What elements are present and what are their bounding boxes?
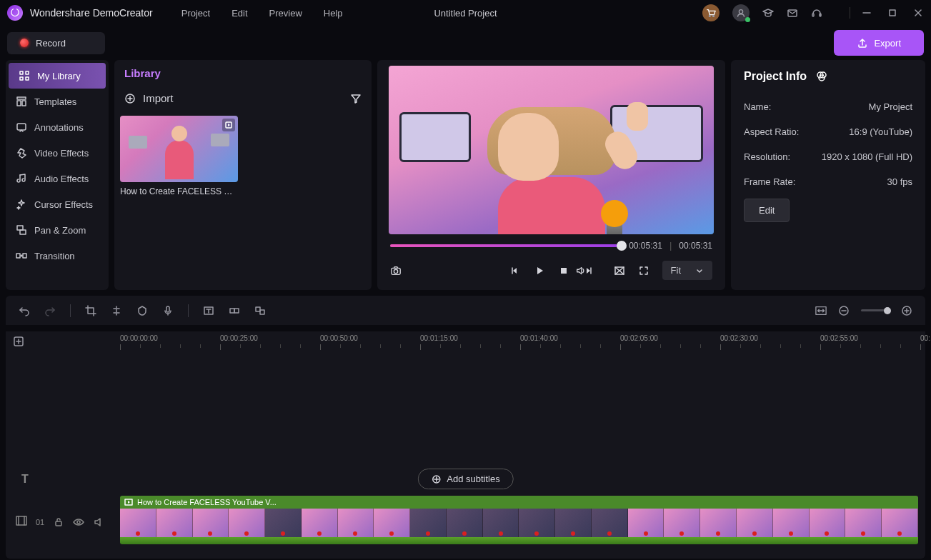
sidebar-item-label: Audio Effects: [34, 174, 89, 184]
snapshot-icon[interactable]: [390, 265, 402, 276]
headset-icon[interactable]: [811, 7, 822, 19]
undo-icon[interactable]: [19, 305, 30, 316]
playback-slider[interactable]: [390, 244, 622, 247]
record-label: Record: [36, 38, 66, 49]
sidebar-item-pan-zoom[interactable]: Pan & Zoom: [6, 217, 109, 243]
ruler-tick: 00:...: [920, 334, 931, 342]
framerate-value: 30 fps: [887, 176, 912, 187]
text-icon[interactable]: [203, 305, 214, 316]
clip-frame: [628, 509, 664, 537]
edit-project-button[interactable]: Edit: [744, 199, 790, 222]
sidebar-item-audio-effects[interactable]: Audio Effects: [6, 166, 109, 191]
next-frame-icon[interactable]: [582, 265, 594, 276]
redo-icon[interactable]: [44, 305, 56, 316]
menu-project[interactable]: Project: [181, 8, 210, 19]
svg-rect-56: [16, 516, 26, 525]
menu-edit[interactable]: Edit: [231, 8, 247, 19]
fit-label: Fit: [671, 265, 681, 276]
clip-frame: [882, 509, 918, 537]
group-icon[interactable]: [229, 305, 240, 316]
marker-icon[interactable]: [136, 305, 148, 316]
video-preview[interactable]: [389, 66, 714, 234]
clip-frame: [664, 509, 700, 537]
eye-icon[interactable]: [73, 516, 84, 528]
svg-point-27: [394, 269, 397, 273]
svg-point-60: [77, 521, 80, 524]
clip-frame: [120, 509, 156, 537]
resolution-label: Resolution:: [744, 151, 790, 162]
name-value: My Project: [869, 101, 912, 112]
mail-icon[interactable]: [787, 7, 798, 19]
voiceover-icon[interactable]: [162, 305, 174, 316]
preview-panel: 00:05:31 | 00:05:31 Fit: [377, 60, 725, 290]
timeline-ruler[interactable]: 00:00:00:0000:00:25:0000:00:50:0000:01:1…: [120, 334, 918, 356]
zoom-fit-select[interactable]: Fit: [662, 261, 712, 280]
clip-frame: [845, 509, 882, 537]
record-button[interactable]: Record: [7, 32, 105, 54]
svg-rect-40: [230, 309, 234, 313]
cart-icon[interactable]: [702, 4, 720, 21]
framerate-label: Frame Rate:: [744, 176, 795, 187]
prev-frame-icon[interactable]: [509, 265, 521, 276]
mute-icon[interactable]: [93, 516, 104, 528]
ruler-tick: 00:02:05:00: [620, 334, 658, 342]
academy-icon[interactable]: [762, 7, 774, 19]
color-circles-icon[interactable]: [815, 70, 828, 83]
project-title: Untitled Project: [434, 8, 497, 19]
clip-frame: [773, 509, 810, 537]
fit-timeline-icon[interactable]: [815, 305, 827, 316]
play-icon[interactable]: [534, 265, 545, 276]
clip-frame: [555, 509, 592, 537]
main-menu: Project Edit Preview Help: [181, 8, 343, 19]
video-clip[interactable]: How to Create FACELESS YouTube V...: [120, 496, 918, 544]
import-button[interactable]: Import: [124, 92, 174, 104]
sidebar-item-label: Video Effects: [34, 148, 89, 159]
filter-icon[interactable]: [350, 93, 362, 104]
sidebar-item-label: Cursor Effects: [34, 199, 93, 210]
zoom-out-icon[interactable]: [838, 305, 850, 316]
ruler-tick: 00:02:55:00: [820, 334, 858, 342]
close-icon[interactable]: [912, 7, 924, 19]
minimize-icon[interactable]: [861, 7, 872, 19]
zoom-in-icon[interactable]: [901, 305, 912, 316]
clip-audio-waveform: [120, 537, 918, 544]
library-panel: Library Import How to Create FACELESS Yo…: [114, 60, 372, 290]
add-subtitles-button[interactable]: Add subtitles: [417, 469, 513, 489]
sidebar-item-cursor-effects[interactable]: Cursor Effects: [6, 191, 109, 217]
sidebar-item-label: My Library: [37, 71, 81, 81]
svg-rect-42: [256, 307, 260, 311]
sidebar-item-my-library[interactable]: My Library: [9, 63, 106, 89]
track-number: 01: [36, 518, 44, 526]
svg-point-1: [713, 16, 715, 17]
svg-rect-7: [890, 10, 895, 16]
clip-title: How to Create FACELESS YouTube V...: [137, 498, 277, 506]
svg-rect-19: [20, 230, 26, 234]
svg-rect-29: [561, 268, 567, 274]
clip-frame: [810, 509, 846, 537]
menu-preview[interactable]: Preview: [269, 8, 302, 19]
crop-icon[interactable]: [85, 305, 96, 316]
safe-zone-icon[interactable]: [614, 265, 625, 276]
clip-frame: [519, 509, 555, 537]
menu-help[interactable]: Help: [324, 8, 343, 19]
add-track-icon[interactable]: [13, 336, 24, 347]
sidebar-item-annotations[interactable]: Annotations: [6, 114, 109, 140]
svg-point-0: [709, 16, 710, 17]
maximize-icon[interactable]: [887, 7, 898, 19]
user-icon[interactable]: [732, 4, 750, 21]
lock-icon[interactable]: [53, 516, 64, 528]
media-thumbnail[interactable]: How to Create FACELESS YouT...: [114, 113, 243, 199]
sidebar-item-templates[interactable]: Templates: [6, 89, 109, 114]
svg-rect-38: [166, 306, 169, 312]
zoom-slider[interactable]: [861, 309, 890, 311]
text-track-icon: T: [21, 473, 29, 486]
app-name: Wondershare DemoCreator: [30, 7, 153, 19]
split-icon[interactable]: [111, 305, 122, 316]
ungroup-icon[interactable]: [254, 305, 266, 316]
stop-icon[interactable]: [558, 265, 569, 276]
sidebar-item-transition[interactable]: Transition: [6, 243, 109, 269]
export-button[interactable]: Export: [834, 30, 924, 56]
fullscreen-icon[interactable]: [638, 265, 649, 276]
sidebar-item-video-effects[interactable]: Video Effects: [6, 140, 109, 166]
clip-frame: [229, 509, 265, 537]
